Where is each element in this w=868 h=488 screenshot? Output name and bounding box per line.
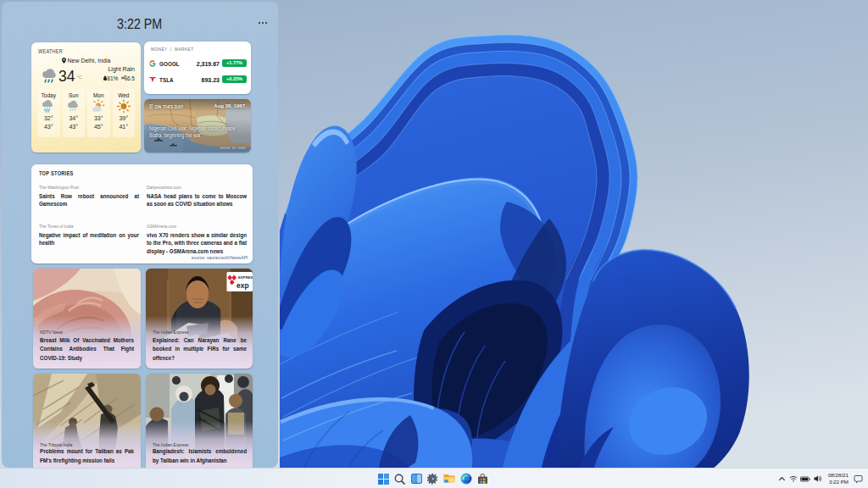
svg-text:exp: exp bbox=[236, 281, 249, 290]
svg-text:EXPRESS: EXPRESS bbox=[238, 275, 253, 280]
